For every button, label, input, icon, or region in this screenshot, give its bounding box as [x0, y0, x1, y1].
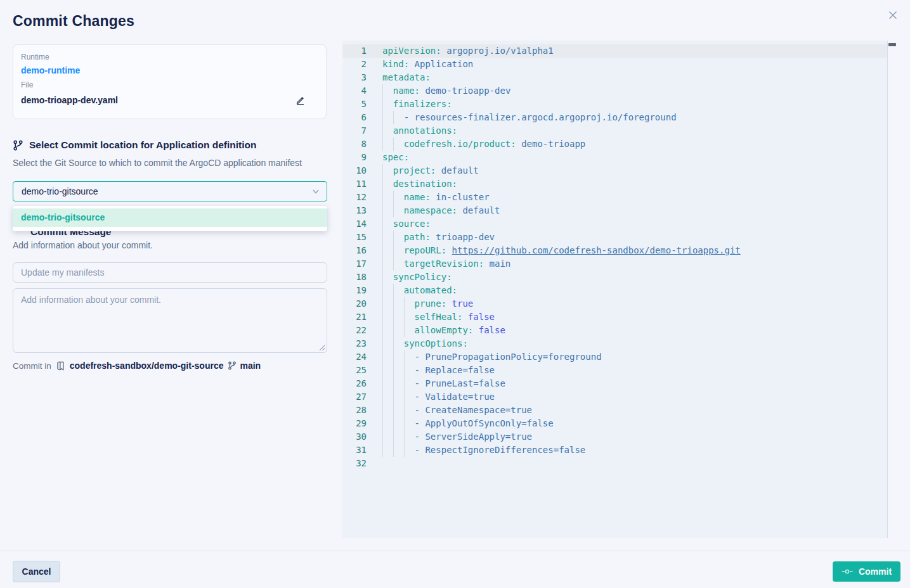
yaml-token-str: - ApplyOutOfSyncOnly=false [382, 418, 554, 428]
line-number: 29 [342, 417, 367, 430]
line-number: 22 [342, 324, 367, 337]
yaml-token-str: - Validate=true [382, 392, 495, 402]
yaml-editor[interactable]: 1apiVersion: argoproj.io/v1alpha12kind: … [342, 41, 895, 538]
gitsource-option[interactable]: demo-trio-gitsource [13, 208, 327, 227]
yaml-token-str [446, 245, 452, 255]
yaml-token-key: codefresh.io/product: [382, 139, 516, 149]
runtime-link[interactable]: demo-runtime [21, 65, 318, 75]
code-line: 1apiVersion: argoproj.io/v1alpha1 [342, 44, 887, 58]
commit-details-textarea[interactable] [13, 288, 327, 353]
yaml-token-key: syncPolicy: [382, 272, 452, 282]
indent-guide [382, 164, 383, 177]
indent-guide [382, 98, 383, 111]
repo-url-link[interactable]: https://github.com/codefresh-sandbox/dem… [452, 245, 741, 255]
yaml-token-str: - RespectIgnoreDifferences=false [382, 445, 585, 455]
yaml-token-key: name: [382, 192, 431, 202]
line-number: 20 [342, 297, 367, 310]
line-number: 23 [342, 337, 367, 350]
yaml-token-bool: true [446, 298, 473, 309]
yaml-token-str: Application [409, 59, 473, 69]
code-line: 16 repoURL: https://github.com/codefresh… [342, 244, 887, 257]
indent-guide [393, 297, 394, 310]
line-number: 8 [342, 137, 367, 151]
indent-guide [404, 310, 405, 324]
code-line: 14 source: [342, 217, 887, 231]
yaml-token-str: trioapp-dev [431, 232, 495, 242]
indent-guide [393, 191, 394, 204]
code-line: 10 project: default [342, 164, 887, 177]
line-number: 11 [342, 177, 367, 191]
indent-guide [393, 350, 394, 364]
commit-in-label: Commit in [13, 361, 51, 371]
commit-branch-name[interactable]: main [240, 361, 261, 371]
file-name: demo-trioapp-dev.yaml [21, 95, 118, 105]
code-line: 12 name: in-cluster [342, 191, 887, 204]
yaml-token-key: name: [382, 86, 420, 96]
commit-form: Runtime demo-runtime File demo-trioapp-d… [13, 44, 327, 119]
yaml-token-str: - ServerSideApply=true [382, 431, 532, 442]
code-line: 24 - PrunePropagationPolicy=foreground [342, 350, 887, 364]
gitsource-options: demo-trio-gitsource [13, 208, 327, 227]
commit-message-description: Add information about your commit. [13, 240, 153, 250]
commit-summary-input[interactable] [13, 262, 327, 283]
git-commit-icon [842, 568, 853, 575]
yaml-token-str: - CreateNamespace=true [382, 405, 532, 415]
line-number: 7 [342, 124, 367, 137]
indent-guide [393, 231, 394, 244]
code-line: 28 - CreateNamespace=true [342, 404, 887, 417]
code-line: 7 annotations: [342, 124, 887, 137]
indent-guide [382, 244, 383, 257]
line-number: 15 [342, 231, 367, 244]
code-line: 17 targetRevision: main [342, 257, 887, 271]
indent-guide [382, 404, 383, 417]
indent-guide [382, 191, 383, 204]
indent-guide [382, 377, 383, 390]
indent-guide [404, 417, 405, 430]
yaml-token-key: spec: [382, 152, 409, 162]
code-line: 9spec: [342, 151, 887, 164]
code-line: 15 path: trioapp-dev [342, 231, 887, 244]
line-number: 1 [342, 44, 367, 58]
code-line: 21 selfHeal: false [342, 310, 887, 324]
code-line: 8 codefresh.io/product: demo-trioapp [342, 137, 887, 151]
code-line: 5 finalizers: [342, 98, 887, 111]
indent-guide [404, 377, 405, 390]
indent-guide [382, 297, 383, 310]
code-line: 23 syncOptions: [342, 337, 887, 350]
runtime-file-card: Runtime demo-runtime File demo-trioapp-d… [13, 44, 327, 119]
editor-scrollbar-thumb[interactable] [888, 43, 896, 46]
indent-guide [393, 111, 394, 124]
indent-guide [382, 84, 383, 98]
commit-button[interactable]: Commit [833, 561, 900, 582]
yaml-token-str: demo-trioapp-dev [420, 86, 510, 96]
line-number: 32 [342, 457, 367, 470]
yaml-token-bool: false [473, 325, 505, 335]
indent-guide [404, 324, 405, 337]
cancel-button[interactable]: Cancel [13, 561, 60, 582]
git-branch-icon [13, 140, 23, 151]
indent-guide [382, 430, 383, 444]
close-icon[interactable] [886, 8, 900, 22]
indent-guide [404, 390, 405, 404]
line-number: 24 [342, 350, 367, 364]
yaml-token-key: repoURL: [382, 245, 446, 255]
editor-scrollbar-track[interactable] [887, 41, 895, 538]
code-line: 20 prune: true [342, 297, 887, 310]
yaml-token-key: annotations: [382, 125, 457, 136]
gitsource-select[interactable]: demo-trio-gitsource [13, 181, 327, 201]
indent-guide [404, 364, 405, 377]
indent-guide [382, 231, 383, 244]
edit-file-icon[interactable] [294, 94, 306, 106]
indent-guide [404, 404, 405, 417]
commit-repo-name[interactable]: codefresh-sandbox/demo-git-source [70, 361, 224, 371]
indent-guide [382, 417, 383, 430]
indent-guide [382, 217, 383, 231]
yaml-token-key: finalizers: [382, 99, 452, 109]
commit-target-row: Commit in codefresh-sandbox/demo-git-sou… [13, 361, 261, 371]
indent-guide [382, 310, 383, 324]
code-line: 27 - Validate=true [342, 390, 887, 404]
gitsource-dropdown-panel: demo-trio-gitsource [13, 206, 327, 231]
gitsource-selected-value: demo-trio-gitsource [22, 186, 98, 196]
code-line: 11 destination: [342, 177, 887, 191]
indent-guide [382, 364, 383, 377]
